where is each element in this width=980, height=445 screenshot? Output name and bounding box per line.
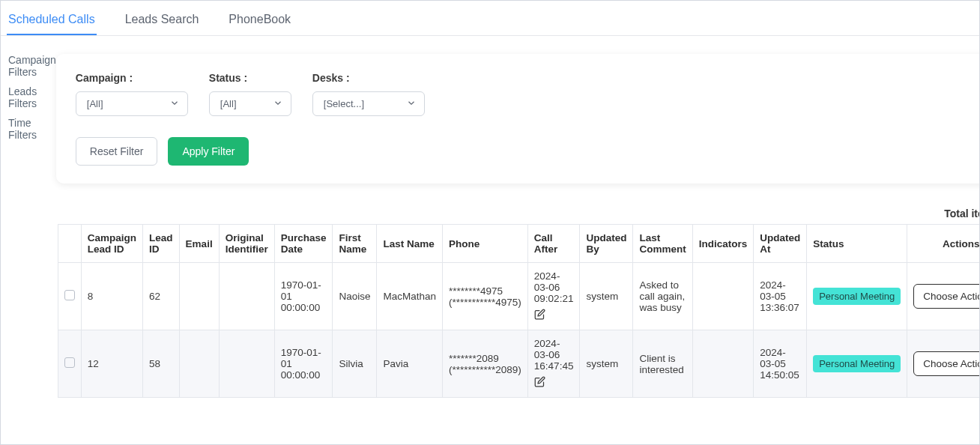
choose-action-button[interactable]: Choose Action xyxy=(913,284,980,309)
filter-sidebar: Campaign Filters Leads Filters Time Filt… xyxy=(1,54,56,398)
col-last-comment: Last Comment xyxy=(633,225,692,263)
cell-updated-by: system xyxy=(580,330,633,398)
cell-purchase-date: 1970-01-01 00:00:00 xyxy=(274,330,333,398)
cell-status: Personal Meeting xyxy=(807,330,907,398)
cell-first-name: Naoise xyxy=(333,263,377,330)
col-purchase-date: Purchase Date xyxy=(274,225,333,263)
col-actions: Actions xyxy=(907,225,980,263)
choose-action-button[interactable]: Choose Action xyxy=(913,351,980,376)
tab-leads-search[interactable]: Leads Search xyxy=(124,8,201,35)
cell-email xyxy=(179,263,219,330)
cell-email xyxy=(179,330,219,398)
apply-filter-button[interactable]: Apply Filter xyxy=(168,137,249,166)
cell-campaign-lead-id: 12 xyxy=(81,330,142,398)
cell-purchase-date: 1970-01-01 00:00:00 xyxy=(274,263,333,330)
sidebar-item-leads-filters[interactable]: Leads Filters xyxy=(8,85,56,109)
cell-phone: ********4975 (***********4975) xyxy=(443,263,528,330)
status-badge: Personal Meeting xyxy=(813,355,901,372)
cell-status: Personal Meeting xyxy=(807,263,907,330)
status-badge: Personal Meeting xyxy=(813,288,901,305)
sidebar-item-campaign-filters[interactable]: Campaign Filters xyxy=(8,54,56,78)
cell-campaign-lead-id: 8 xyxy=(81,263,142,330)
col-original-identifier: Original Identifier xyxy=(219,225,274,263)
col-checkbox xyxy=(58,225,81,263)
cell-lead-id: 58 xyxy=(143,330,180,398)
col-phone: Phone xyxy=(443,225,528,263)
campaign-select[interactable]: [All] xyxy=(76,91,188,116)
col-indicators: Indicators xyxy=(692,225,754,263)
cell-updated-at: 2024-03-05 14:50:05 xyxy=(754,330,807,398)
cell-phone: *******2089 (***********2089) xyxy=(443,330,528,398)
chevron-down-icon xyxy=(273,97,283,110)
cell-lead-id: 62 xyxy=(143,263,180,330)
chevron-down-icon xyxy=(406,97,417,110)
cell-original-identifier xyxy=(219,330,274,398)
row-checkbox[interactable] xyxy=(64,290,75,300)
status-filter-label: Status : xyxy=(209,72,291,84)
cell-original-identifier xyxy=(219,263,274,330)
tab-phonebook[interactable]: PhoneBook xyxy=(227,8,292,35)
col-updated-at: Updated At xyxy=(754,225,807,263)
table-row: 12581970-01-01 00:00:00SilviaPavia******… xyxy=(58,330,980,398)
filter-card: Campaign : [All] Status : [All] Desks : xyxy=(56,54,980,184)
total-items-label: Total items: xyxy=(944,208,980,220)
cell-first-name: Silvia xyxy=(333,330,377,398)
col-campaign-lead-id: Campaign Lead ID xyxy=(81,225,142,263)
total-items-line: Total items: 2 xyxy=(56,205,980,224)
cell-last-comment: Asked to call again, was busy xyxy=(633,263,692,330)
cell-call-after: 2024-03-06 09:02:21 xyxy=(527,263,580,330)
desks-select[interactable]: [Select...] xyxy=(312,91,425,116)
reset-filter-button[interactable]: Reset Filter xyxy=(76,137,158,166)
desks-filter-label: Desks : xyxy=(312,72,425,84)
cell-indicators xyxy=(692,263,754,330)
cell-updated-at: 2024-03-05 13:36:07 xyxy=(754,263,807,330)
sidebar-item-time-filters[interactable]: Time Filters xyxy=(8,117,56,141)
tab-scheduled-calls[interactable]: Scheduled Calls xyxy=(7,8,97,35)
col-email: Email xyxy=(179,225,219,263)
table-row: 8621970-01-01 00:00:00NaoiseMacMathan***… xyxy=(58,263,980,330)
edit-icon[interactable] xyxy=(534,376,574,390)
status-select[interactable]: [All] xyxy=(209,91,291,116)
chevron-down-icon xyxy=(169,97,180,110)
col-updated-by: Updated By xyxy=(580,225,633,263)
col-call-after: Call After xyxy=(527,225,580,263)
cell-updated-by: system xyxy=(580,263,633,330)
desks-select-value: [Select...] xyxy=(324,98,364,109)
status-select-value: [All] xyxy=(220,98,237,109)
campaign-filter-label: Campaign : xyxy=(76,72,188,84)
campaign-select-value: [All] xyxy=(87,98,103,109)
scheduled-calls-table: Campaign Lead ID Lead ID Email Original … xyxy=(58,224,980,398)
tab-bar: Scheduled Calls Leads Search PhoneBook xyxy=(1,1,979,36)
col-first-name: First Name xyxy=(333,225,377,263)
col-lead-id: Lead ID xyxy=(143,225,180,263)
col-last-name: Last Name xyxy=(377,225,443,263)
cell-call-after: 2024-03-06 16:47:45 xyxy=(527,330,580,398)
cell-indicators xyxy=(692,330,754,398)
cell-last-name: Pavia xyxy=(377,330,443,398)
cell-last-comment: Client is interested xyxy=(633,330,692,398)
edit-icon[interactable] xyxy=(534,309,574,322)
col-status: Status xyxy=(807,225,907,263)
row-checkbox[interactable] xyxy=(64,357,75,368)
cell-last-name: MacMathan xyxy=(377,263,443,330)
